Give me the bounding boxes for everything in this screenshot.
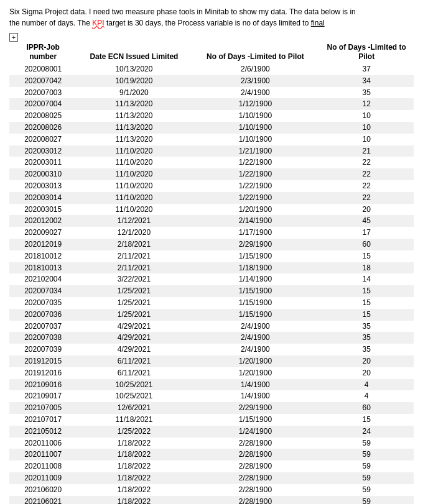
table-row: 2018100122/11/20211/15/190015 — [9, 250, 414, 262]
table-cell: 1/15/1900 — [191, 309, 319, 321]
table-body: 20200800110/13/20202/6/19003720200704210… — [9, 63, 414, 504]
table-cell: 3/22/2021 — [77, 273, 191, 285]
table-cell: 201810012 — [9, 250, 77, 262]
table-cell: 10/25/2021 — [77, 390, 191, 402]
table-cell: 1/22/1900 — [191, 168, 319, 180]
table-cell: 35 — [319, 321, 414, 332]
table-cell: 15 — [319, 250, 414, 262]
table-row: 20210700512/6/20212/29/190060 — [9, 402, 414, 414]
table-cell: 22 — [319, 192, 414, 204]
table-cell: 1/15/1900 — [191, 250, 319, 262]
table-cell: 34 — [319, 75, 414, 87]
table-cell: 202007035 — [9, 297, 77, 309]
table-header-row: IPPR-Jobnumber Date ECN Issued Limited N… — [9, 42, 414, 63]
table-cell: 2/4/1900 — [191, 321, 319, 332]
table-row: 2021050121/25/20221/24/190024 — [9, 426, 414, 438]
table-cell: 1/4/1900 — [191, 390, 319, 402]
table-cell: 1/25/2022 — [77, 426, 191, 438]
table-cell: 59 — [319, 449, 414, 460]
table-cell: 10/19/2020 — [77, 75, 191, 87]
table-cell: 15 — [319, 285, 414, 297]
table-cell: 35 — [319, 344, 414, 355]
table-cell: 202003015 — [9, 204, 77, 216]
table-cell: 202008025 — [9, 110, 77, 122]
table-cell: 1/18/2022 — [77, 460, 191, 472]
table-cell: 12/6/2021 — [77, 402, 191, 414]
table-cell: 11/13/2020 — [77, 122, 191, 134]
table-cell: 2/14/1900 — [191, 215, 319, 227]
table-cell: 1/10/1900 — [191, 122, 319, 134]
table-cell: 1/25/2021 — [77, 309, 191, 321]
table-cell: 59 — [319, 484, 414, 496]
table-cell: 2/18/2021 — [77, 239, 191, 250]
table-cell: 2/28/1900 — [191, 496, 319, 505]
table-cell: 6/11/2021 — [77, 355, 191, 367]
table-cell: 202106020 — [9, 484, 77, 496]
table-cell: 2/11/2021 — [77, 250, 191, 262]
table-cell: 202003013 — [9, 180, 77, 192]
table-cell: 1/17/1900 — [191, 227, 319, 239]
table-cell: 60 — [319, 402, 414, 414]
expand-icon[interactable]: + — [9, 33, 18, 42]
table-cell: 202109017 — [9, 390, 77, 402]
table-cell: 201810013 — [9, 262, 77, 274]
table-row: 2020070039/1/20202/4/190035 — [9, 87, 414, 99]
table-cell: 20 — [319, 204, 414, 216]
table-cell: 1/18/2022 — [77, 496, 191, 505]
table-row: 2020120192/18/20212/29/190060 — [9, 239, 414, 250]
table-cell: 45 — [319, 215, 414, 227]
table-cell: 35 — [319, 332, 414, 344]
col-header-limited: No of Days -Limited to Pilot — [191, 42, 319, 63]
header-section: Six Sigma Project data. I need two measu… — [9, 6, 414, 29]
table-cell: 14 — [319, 273, 414, 285]
table-cell: 202003014 — [9, 192, 77, 204]
table-cell: 1/10/1900 — [191, 110, 319, 122]
table-cell: 201912016 — [9, 367, 77, 379]
table-cell: 202003012 — [9, 145, 77, 157]
table-row: 20200301211/10/20201/21/190021 — [9, 145, 414, 157]
table-row: 2018100132/11/20211/18/190018 — [9, 262, 414, 274]
table-row: 20200802611/13/20201/10/190010 — [9, 122, 414, 134]
table-cell: 202007034 — [9, 285, 77, 297]
table-cell: 1/20/1900 — [191, 204, 319, 216]
table-cell: 2/6/1900 — [191, 63, 319, 75]
table-cell: 1/15/1900 — [191, 414, 319, 426]
table-cell: 11/18/2021 — [77, 414, 191, 426]
table-cell: 15 — [319, 297, 414, 309]
table-cell: 202000310 — [9, 168, 77, 180]
table-cell: 202106021 — [9, 496, 77, 505]
table-cell: 1/18/2022 — [77, 472, 191, 484]
table-cell: 59 — [319, 460, 414, 472]
table-cell: 37 — [319, 63, 414, 75]
table-cell: 11/13/2020 — [77, 134, 191, 145]
table-row: 20200301411/10/20201/22/190022 — [9, 192, 414, 204]
header-text3: target is 30 days, the Process variable … — [105, 19, 311, 27]
table-row: 2021060211/18/20222/28/190059 — [9, 496, 414, 505]
table-cell: 2/28/1900 — [191, 460, 319, 472]
table-cell: 2/29/1900 — [191, 402, 319, 414]
table-cell: 202107017 — [9, 414, 77, 426]
table-cell: 202007004 — [9, 98, 77, 110]
table-row: 20200902712/1/20201/17/190017 — [9, 227, 414, 239]
table-cell: 202007037 — [9, 321, 77, 332]
table-cell: 10/13/2020 — [77, 63, 191, 75]
table-cell: 15 — [319, 414, 414, 426]
table-cell: 2/4/1900 — [191, 332, 319, 344]
table-row: 2020070374/29/20212/4/190035 — [9, 321, 414, 332]
table-cell: 11/10/2020 — [77, 204, 191, 216]
table-cell: 1/21/1900 — [191, 145, 319, 157]
table-row: 2020110081/18/20222/28/190059 — [9, 460, 414, 472]
table-cell: 22 — [319, 180, 414, 192]
table-cell: 21 — [319, 145, 414, 157]
table-cell: 2/4/1900 — [191, 344, 319, 355]
table-cell: 1/20/1900 — [191, 355, 319, 367]
table-row: 20210901610/25/20211/4/19004 — [9, 379, 414, 391]
final-text: final — [311, 19, 325, 27]
table-cell: 9/1/2020 — [77, 87, 191, 99]
table-cell: 1/20/1900 — [191, 367, 319, 379]
table-row: 2019120156/11/20211/20/190020 — [9, 355, 414, 367]
table-cell: 1/25/2021 — [77, 285, 191, 297]
table-cell: 20 — [319, 355, 414, 367]
table-cell: 1/22/1900 — [191, 192, 319, 204]
table-cell: 4/29/2021 — [77, 344, 191, 355]
